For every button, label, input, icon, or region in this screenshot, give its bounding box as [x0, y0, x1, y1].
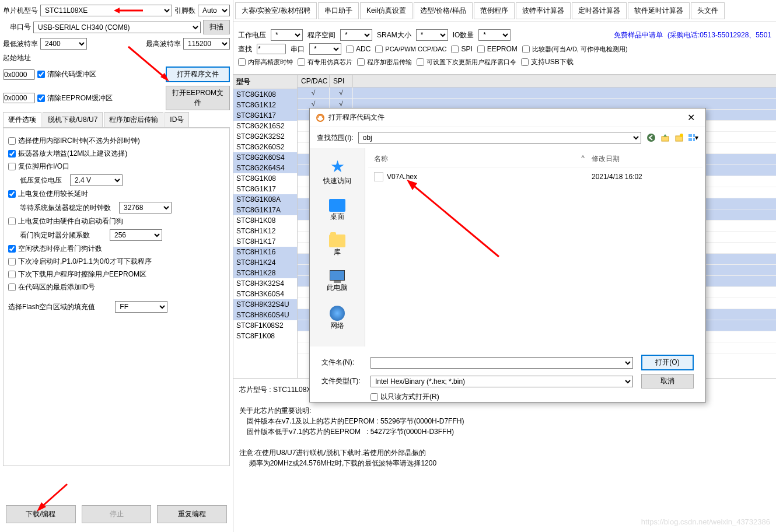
repeat-button[interactable]: 重复编程: [157, 505, 227, 523]
model-item[interactable]: STC8G1K08: [233, 89, 297, 100]
filetype-select[interactable]: Intel Hex/Binary (*.hex; *.bin): [370, 376, 633, 387]
rtab-0[interactable]: 大赛/实验室/教材/招聘: [235, 2, 317, 19]
tab-offline[interactable]: 脱机下载/U8/U7: [43, 112, 103, 127]
back-icon[interactable]: [646, 132, 656, 143]
model-item[interactable]: STC8H1K16: [233, 247, 297, 257]
model-item[interactable]: STC8H1K17: [233, 236, 297, 247]
lookin-select[interactable]: obj: [358, 132, 641, 144]
place-thispc[interactable]: 此电脑: [324, 267, 351, 296]
cb-addid[interactable]: 在代码区的最后添加ID号: [8, 282, 225, 292]
dialog-cancel-button[interactable]: 取消: [641, 374, 694, 388]
open-code-button[interactable]: 打开程序文件: [166, 66, 230, 82]
sram-select[interactable]: *: [416, 29, 448, 41]
model-item[interactable]: STC8G1K08A: [233, 194, 297, 205]
model-item[interactable]: STC8H1K12: [233, 226, 297, 236]
mcu-select[interactable]: STC11L08XE: [40, 5, 172, 16]
cb-osc[interactable]: 振荡器放大增益(12M以上建议选择): [8, 149, 225, 159]
scan-button[interactable]: 扫描: [203, 20, 230, 34]
cb-adc[interactable]: ADC: [346, 45, 370, 53]
clear-eeprom-checkbox[interactable]: 清除EEPROM缓冲区: [37, 93, 113, 103]
sample-link[interactable]: 免费样品申请单: [614, 30, 663, 40]
wdt-div-select[interactable]: 256: [110, 229, 162, 241]
rtab-2[interactable]: Keil仿真设置: [360, 2, 413, 19]
file-item[interactable]: V07A.hex 2021/4/18 16:02: [371, 170, 700, 183]
model-item[interactable]: STC8G1K17: [233, 184, 297, 194]
filename-input[interactable]: [370, 357, 633, 369]
cb-coldstart[interactable]: 下次冷启动时,P1.0/P1.1为0/0才可下载程序: [8, 257, 225, 267]
cb-eeprom[interactable]: EEPROM: [477, 45, 518, 53]
cb-erase[interactable]: 下次下载用户程序时擦除用户EEPROM区: [8, 270, 225, 279]
place-quickaccess[interactable]: ★快速访问: [320, 154, 354, 189]
sort-icon[interactable]: ^: [574, 154, 592, 164]
model-item[interactable]: STC8G1K08: [233, 173, 297, 184]
waitclk-select[interactable]: 32768: [119, 202, 172, 214]
model-item[interactable]: STC8G1K12: [233, 100, 297, 110]
model-item[interactable]: STC8G1K17: [233, 110, 297, 121]
lowv-select[interactable]: 2.4 V: [70, 174, 123, 186]
tab-id[interactable]: ID号: [165, 112, 189, 127]
filter-serial-select[interactable]: *: [309, 43, 341, 55]
flash-select[interactable]: FF: [115, 301, 167, 313]
min-baud-select[interactable]: 2400: [40, 38, 87, 50]
new-folder-icon[interactable]: [674, 132, 684, 143]
cb-longdelay[interactable]: 上电复位使用较长延时: [8, 189, 225, 199]
cb-wdt[interactable]: 上电复位时由硬件自动启动看门狗: [8, 216, 225, 226]
model-item[interactable]: STC8G2K60S2: [233, 142, 297, 152]
dialog-open-button[interactable]: 打开(O): [641, 355, 694, 370]
cb-comp[interactable]: 比较器(可当A/D, 可作停电检测用): [522, 46, 628, 53]
cb-hptimer[interactable]: 内部高精度时钟: [238, 58, 293, 66]
rtab-3[interactable]: 选型/价格/样品: [414, 2, 473, 19]
view-icon[interactable]: ▾: [688, 132, 698, 143]
rtab-4[interactable]: 范例程序: [474, 2, 515, 19]
readonly-checkbox[interactable]: 以只读方式打开(R): [370, 392, 439, 402]
serial-select[interactable]: USB-SERIAL CH340 (COM8): [33, 22, 201, 33]
model-item[interactable]: STC8G2K60S4: [233, 152, 297, 163]
model-item[interactable]: STC8G2K32S2: [233, 131, 297, 142]
model-item[interactable]: STC8G1K17A: [233, 205, 297, 215]
cb-dedicated[interactable]: 有专用仿真芯片: [298, 58, 352, 66]
rtab-6[interactable]: 定时器计算器: [572, 2, 627, 19]
addr2-input[interactable]: [3, 93, 35, 103]
model-item[interactable]: STC8G2K16S2: [233, 121, 297, 131]
cb-idle[interactable]: 空闲状态时停止看门狗计数: [8, 244, 225, 254]
place-desktop[interactable]: 桌面: [326, 196, 348, 225]
place-network[interactable]: 网络: [327, 303, 348, 334]
search-input[interactable]: [257, 44, 286, 54]
close-icon[interactable]: ✕: [683, 112, 700, 123]
download-button[interactable]: 下载/编程: [6, 505, 76, 523]
io-select[interactable]: *: [478, 29, 511, 41]
tab-encrypt[interactable]: 程序加密后传输: [104, 112, 163, 127]
model-item[interactable]: STC8F1K08S2: [233, 320, 297, 331]
place-library[interactable]: 库: [326, 232, 348, 260]
cb-update[interactable]: 可设置下次更新用户程序需口令: [417, 58, 516, 66]
model-item[interactable]: STC8H1K24: [233, 257, 297, 268]
cb-encrypt2[interactable]: 程序加密后传输: [357, 58, 412, 66]
open-eeprom-button[interactable]: 打开EEPROM文件: [166, 86, 230, 110]
model-item[interactable]: STC8H8K32S4U: [233, 299, 297, 310]
rtab-1[interactable]: 串口助手: [318, 2, 359, 19]
prog-select[interactable]: *: [340, 29, 372, 41]
model-item[interactable]: STC8H1K08: [233, 215, 297, 226]
cb-usb[interactable]: 支持USB下载: [521, 57, 574, 67]
addr1-input[interactable]: [3, 69, 35, 80]
tab-hardware[interactable]: 硬件选项: [3, 112, 41, 127]
model-item[interactable]: STC8H8K60S4U: [233, 310, 297, 320]
cb-irc[interactable]: 选择使用内部IRC时钟(不选为外部时钟): [8, 136, 225, 146]
col-date[interactable]: 修改日期: [592, 154, 697, 164]
model-list[interactable]: 型号 STC8G1K08STC8G1K12STC8G1K17STC8G2K16S…: [233, 75, 298, 378]
workv-select[interactable]: *: [271, 29, 303, 41]
up-icon[interactable]: [660, 132, 670, 143]
max-baud-select[interactable]: 115200: [183, 38, 230, 50]
stop-button[interactable]: 停止: [82, 505, 152, 523]
col-name[interactable]: 名称: [374, 154, 574, 164]
model-item[interactable]: STC8G2K64S4: [233, 163, 297, 173]
pin-select[interactable]: Auto: [198, 5, 230, 16]
rtab-7[interactable]: 软件延时计算器: [628, 2, 690, 19]
model-item[interactable]: STC8H3K60S4: [233, 289, 297, 299]
cb-pca[interactable]: PCA/PWM CCP/DAC: [375, 46, 446, 53]
cb-reset[interactable]: 复位脚用作I/O口: [8, 162, 225, 172]
clear-code-checkbox[interactable]: 清除代码缓冲区: [37, 69, 96, 79]
rtab-5[interactable]: 波特率计算器: [516, 2, 571, 19]
model-item[interactable]: STC8H3K32S4: [233, 278, 297, 289]
model-item[interactable]: STC8H1K28: [233, 268, 297, 278]
